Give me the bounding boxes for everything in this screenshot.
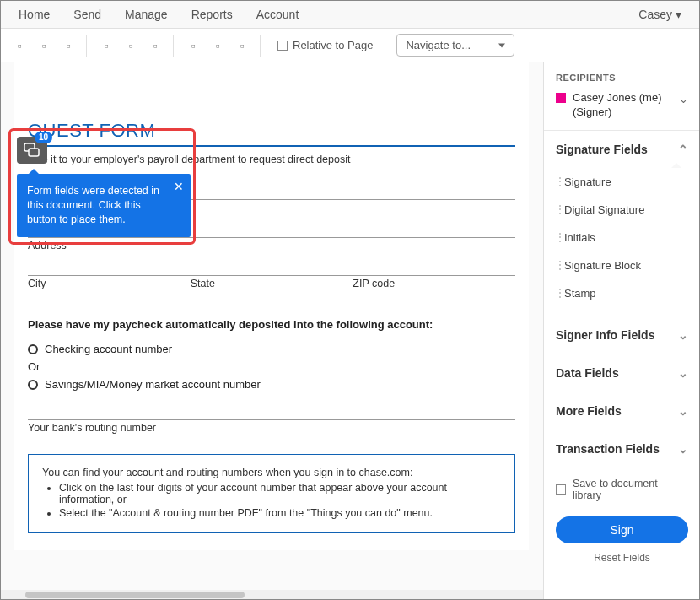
- label-routing: Your bank's routing number: [28, 422, 515, 434]
- detect-fields-tooltip: Form fields were detected in this docume…: [17, 174, 191, 237]
- detect-fields-badge: 10: [35, 132, 52, 143]
- nav-home[interactable]: Home: [7, 0, 62, 29]
- form-title: QUEST FORM: [28, 120, 515, 147]
- relative-to-page-toggle[interactable]: Relative to Page: [269, 39, 381, 51]
- save-to-library-label: Save to document library: [573, 478, 688, 501]
- field-type-signature-block[interactable]: Signature Block: [544, 251, 700, 279]
- match-size-button[interactable]: ▫: [231, 35, 253, 57]
- radio-checking[interactable]: [28, 344, 38, 354]
- document-page: QUEST FORM take it to your employer's pa…: [14, 62, 529, 550]
- sign-button[interactable]: Sign: [556, 516, 688, 543]
- section-more-fields[interactable]: More Fields ⌄: [544, 392, 700, 430]
- label-address: Address: [28, 240, 515, 251]
- navigate-select[interactable]: Navigate to...: [396, 34, 514, 57]
- chevron-down-icon: ▾: [676, 8, 681, 21]
- field-type-initials[interactable]: Initials: [544, 224, 700, 251]
- info-intro: You can find your account and routing nu…: [42, 467, 501, 478]
- radio-savings[interactable]: [28, 380, 38, 390]
- field-zip[interactable]: [353, 275, 515, 276]
- alignment-toolbar: ▫ ▫ ▫ ▫ ▫ ▫ ▫ ▫ ▫ Relative to Page Navig…: [0, 29, 700, 62]
- label-city: City: [28, 278, 191, 289]
- scrollbar-thumb[interactable]: [25, 592, 245, 598]
- chevron-up-icon: ⌃: [678, 143, 688, 156]
- label-or: Or: [28, 360, 515, 373]
- label-state: State: [191, 278, 353, 289]
- recipient-color-swatch: [556, 93, 566, 103]
- top-nav: Home Send Manage Reports Account Casey ▾: [0, 0, 700, 29]
- signature-fields-list: Signature Digital Signature Initials Sig…: [544, 168, 700, 316]
- section-transaction-fields[interactable]: Transaction Fields ⌄: [544, 430, 700, 468]
- recipient-row[interactable]: Casey Jones (me) (Signer) ⌄: [544, 88, 700, 130]
- info-item-1: Click on the last four digits of your ac…: [59, 482, 501, 505]
- field-type-signature[interactable]: Signature: [544, 168, 700, 196]
- field-city[interactable]: [28, 275, 191, 276]
- align-top-button[interactable]: ▫: [8, 35, 30, 57]
- field-address[interactable]: [28, 237, 515, 238]
- field-state[interactable]: [191, 275, 353, 276]
- section-transaction-label: Transaction Fields: [556, 442, 660, 456]
- recipients-title: RECIPIENTS: [544, 62, 700, 88]
- section-data-label: Data Fields: [556, 366, 619, 380]
- reset-fields-link[interactable]: Reset Fields: [544, 549, 700, 572]
- chevron-down-icon: ⌄: [678, 366, 688, 380]
- navigate-select-label: Navigate to...: [406, 39, 471, 51]
- section-signature-label: Signature Fields: [556, 143, 648, 156]
- user-menu[interactable]: Casey ▾: [627, 8, 693, 21]
- section-signer-info-label: Signer Info Fields: [556, 328, 654, 342]
- relative-to-page-label: Relative to Page: [293, 39, 373, 51]
- align-center-button[interactable]: ▫: [120, 35, 142, 57]
- nav-manage[interactable]: Manage: [113, 0, 180, 29]
- nav-reports[interactable]: Reports: [180, 0, 245, 29]
- recipient-name: Casey Jones (me) (Signer): [573, 91, 661, 120]
- info-item-2: Select the "Account & routing number PDF…: [59, 507, 501, 519]
- field-type-digital-signature[interactable]: Digital Signature: [544, 196, 700, 224]
- section-data-fields[interactable]: Data Fields ⌄: [544, 354, 700, 392]
- chevron-down-icon: ⌄: [679, 93, 688, 105]
- label-savings: Savings/MIA/Money market account number: [45, 378, 261, 391]
- section-signer-info-fields[interactable]: Signer Info Fields ⌄: [544, 316, 700, 354]
- deposit-heading: Please have my paycheck automatically de…: [28, 318, 515, 331]
- checkbox-icon: [277, 41, 288, 51]
- field-type-stamp[interactable]: Stamp: [544, 279, 700, 307]
- label-zip: ZIP code: [353, 278, 515, 289]
- info-box: You can find your account and routing nu…: [28, 454, 515, 533]
- form-intro: take it to your employer's payroll depar…: [28, 154, 515, 165]
- detect-fields-button[interactable]: 10: [17, 137, 47, 164]
- chevron-down-icon: ⌄: [678, 442, 688, 456]
- chevron-down-icon: ⌄: [678, 404, 688, 418]
- document-canvas[interactable]: QUEST FORM take it to your employer's pa…: [0, 62, 543, 600]
- checkbox-icon: [556, 484, 566, 495]
- align-middle-button[interactable]: ▫: [33, 35, 55, 57]
- align-right-button[interactable]: ▫: [144, 35, 166, 57]
- label-checking: Checking account number: [45, 343, 172, 355]
- user-name: Casey: [638, 8, 672, 21]
- align-left-button[interactable]: ▫: [95, 35, 117, 57]
- align-bottom-button[interactable]: ▫: [57, 35, 79, 57]
- nav-account[interactable]: Account: [245, 0, 311, 29]
- fields-panel: RECIPIENTS Casey Jones (me) (Signer) ⌄ S…: [543, 62, 700, 600]
- field-routing[interactable]: [28, 419, 515, 420]
- distribute-h-button[interactable]: ▫: [182, 35, 204, 57]
- horizontal-scrollbar[interactable]: [0, 590, 543, 600]
- nav-send[interactable]: Send: [62, 0, 113, 29]
- chevron-down-icon: ⌄: [678, 328, 688, 342]
- tooltip-close-button[interactable]: ✕: [174, 181, 184, 192]
- svg-rect-1: [29, 149, 39, 156]
- form-fields-icon: [24, 143, 40, 158]
- section-more-label: More Fields: [556, 404, 622, 418]
- tooltip-text: Form fields were detected in this docume…: [27, 185, 159, 225]
- distribute-v-button[interactable]: ▫: [207, 35, 229, 57]
- save-to-library-toggle[interactable]: Save to document library: [544, 468, 700, 511]
